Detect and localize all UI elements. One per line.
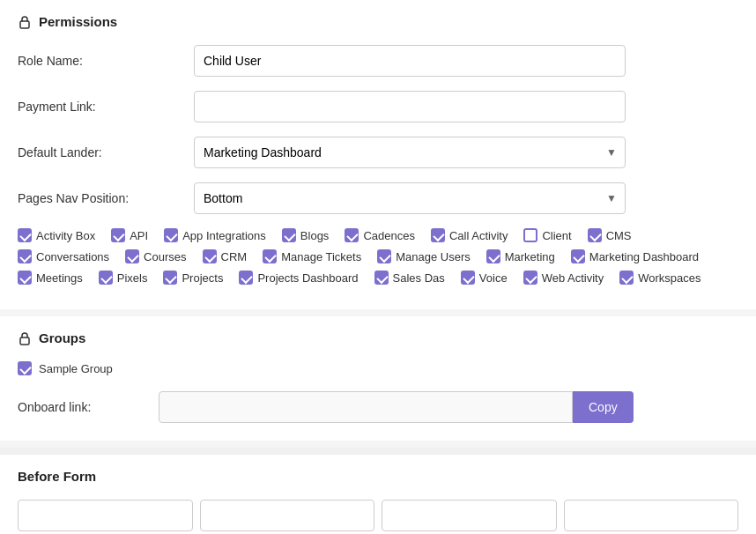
checkbox-label: Projects Dashboard: [257, 271, 358, 285]
before-form-input-3[interactable]: [382, 500, 557, 531]
checkbox-api[interactable]: [111, 228, 125, 242]
checkboxes-area: Activity BoxAPIApp IntegrationsBlogsCade…: [18, 228, 738, 285]
checkbox-label: Meetings: [36, 271, 83, 285]
checkbox-item[interactable]: Marketing: [486, 249, 555, 263]
checkbox-label: Conversations: [36, 250, 109, 263]
checkbox-label: Manage Users: [396, 250, 471, 263]
checkbox-label: CMS: [606, 229, 632, 242]
checkbox-item[interactable]: Client: [523, 228, 571, 242]
checkbox-cadences[interactable]: [345, 228, 359, 242]
checkbox-manage-users[interactable]: [377, 249, 391, 263]
copy-button[interactable]: Copy: [573, 391, 634, 423]
checkbox-label: Blogs: [300, 229, 330, 242]
checkbox-marketing[interactable]: [486, 249, 500, 263]
before-form-input-1[interactable]: [18, 500, 193, 531]
before-form-title: Before Form: [18, 469, 738, 484]
sample-group-row: Sample Group: [18, 361, 738, 375]
onboard-link-input[interactable]: [159, 391, 573, 423]
checkbox-pixels[interactable]: [99, 271, 113, 285]
before-form-input-4[interactable]: [564, 500, 739, 531]
checkbox-blogs[interactable]: [282, 228, 296, 242]
onboard-link-row: Onboard link: Copy: [18, 391, 738, 423]
checkbox-label: Web Activity: [542, 271, 604, 285]
checkbox-call-activity[interactable]: [431, 228, 445, 242]
sample-group-label: Sample Group: [39, 362, 113, 375]
pages-nav-select[interactable]: Bottom Top Left Right: [194, 182, 626, 214]
checkbox-item[interactable]: Sales Das: [374, 271, 445, 285]
checkbox-marketing-dashboard[interactable]: [571, 249, 585, 263]
onboard-link-label: Onboard link:: [18, 400, 159, 414]
checkbox-label: CRM: [221, 250, 248, 263]
checkbox-label: API: [130, 229, 148, 242]
checkbox-item[interactable]: CRM: [203, 249, 248, 263]
checkbox-item[interactable]: App Integrations: [164, 228, 266, 242]
checkbox-crm[interactable]: [203, 249, 217, 263]
checkbox-label: Client: [542, 229, 571, 242]
default-lander-label: Default Lander:: [18, 145, 194, 159]
checkbox-item[interactable]: Marketing Dashboard: [571, 249, 699, 263]
checkbox-item[interactable]: Courses: [125, 249, 186, 263]
svg-rect-1: [20, 337, 29, 345]
checkbox-conversations[interactable]: [18, 249, 32, 263]
checkbox-item[interactable]: API: [111, 228, 148, 242]
role-name-input[interactable]: [194, 45, 626, 77]
checkbox-meetings[interactable]: [18, 271, 32, 285]
checkbox-label: Activity Box: [36, 229, 95, 242]
checkbox-item[interactable]: Blogs: [282, 228, 330, 242]
checkbox-cms[interactable]: [588, 228, 602, 242]
checkbox-item[interactable]: CMS: [588, 228, 632, 242]
checkbox-projects-dashboard[interactable]: [239, 271, 253, 285]
checkbox-item[interactable]: Voice: [461, 271, 508, 285]
groups-lock-icon: [18, 331, 32, 345]
permissions-title: Permissions: [18, 14, 738, 29]
permissions-section: Permissions Role Name: Payment Link: Def…: [0, 0, 756, 309]
checkbox-label: Courses: [144, 250, 186, 263]
checkbox-activity-box[interactable]: [18, 228, 32, 242]
checkbox-item[interactable]: Meetings: [18, 271, 83, 285]
checkbox-item[interactable]: Projects Dashboard: [239, 271, 358, 285]
checkbox-label: Sales Das: [393, 271, 445, 285]
checkbox-item[interactable]: Call Activity: [431, 228, 508, 242]
checkbox-web-activity[interactable]: [523, 271, 537, 285]
checkbox-item[interactable]: Manage Users: [377, 249, 471, 263]
payment-link-input[interactable]: [194, 91, 626, 122]
checkbox-label: Manage Tickets: [281, 250, 361, 263]
checkbox-label: Voice: [479, 271, 508, 285]
pages-nav-wrapper: Bottom Top Left Right ▼: [194, 182, 626, 214]
role-name-label: Role Name:: [18, 54, 194, 68]
checkbox-voice[interactable]: [461, 271, 475, 285]
groups-heading: Groups: [39, 330, 85, 345]
checkbox-item[interactable]: Projects: [163, 271, 223, 285]
groups-title: Groups: [18, 330, 738, 345]
before-form-section: Before Form: [0, 455, 756, 534]
default-lander-select[interactable]: Marketing Dashboard Projects Dashboard S…: [194, 137, 626, 168]
checkbox-item[interactable]: Activity Box: [18, 228, 95, 242]
checkbox-item[interactable]: Manage Tickets: [263, 249, 361, 263]
checkbox-item[interactable]: Cadences: [345, 228, 415, 242]
checkbox-item[interactable]: Workspaces: [619, 271, 700, 285]
before-form-inputs-row: [18, 500, 738, 531]
groups-section: Groups Sample Group Onboard link: Copy: [0, 316, 756, 441]
checkbox-courses[interactable]: [125, 249, 139, 263]
role-name-row: Role Name:: [18, 45, 738, 77]
checkbox-client[interactable]: [523, 228, 537, 242]
checkbox-projects[interactable]: [163, 271, 177, 285]
checkbox-item[interactable]: Pixels: [99, 271, 148, 285]
checkbox-workspaces[interactable]: [619, 271, 634, 285]
checkbox-label: Pixels: [117, 271, 148, 285]
pages-nav-label: Pages Nav Position:: [18, 191, 194, 205]
checkbox-app-integrations[interactable]: [164, 228, 178, 242]
checkbox-manage-tickets[interactable]: [263, 249, 277, 263]
checkbox-label: Marketing Dashboard: [589, 250, 699, 263]
before-form-input-2[interactable]: [200, 500, 375, 531]
checkbox-label: Cadences: [363, 229, 415, 242]
svg-rect-0: [20, 21, 29, 28]
checkbox-label: Marketing: [505, 250, 555, 263]
checkbox-sales-das[interactable]: [374, 271, 389, 285]
sample-group-checkbox[interactable]: [18, 361, 32, 375]
checkbox-label: App Integrations: [182, 229, 266, 242]
lock-icon: [18, 15, 32, 29]
checkbox-row: Activity BoxAPIApp IntegrationsBlogsCade…: [18, 228, 738, 285]
checkbox-item[interactable]: Web Activity: [523, 271, 604, 285]
checkbox-item[interactable]: Conversations: [18, 249, 109, 263]
